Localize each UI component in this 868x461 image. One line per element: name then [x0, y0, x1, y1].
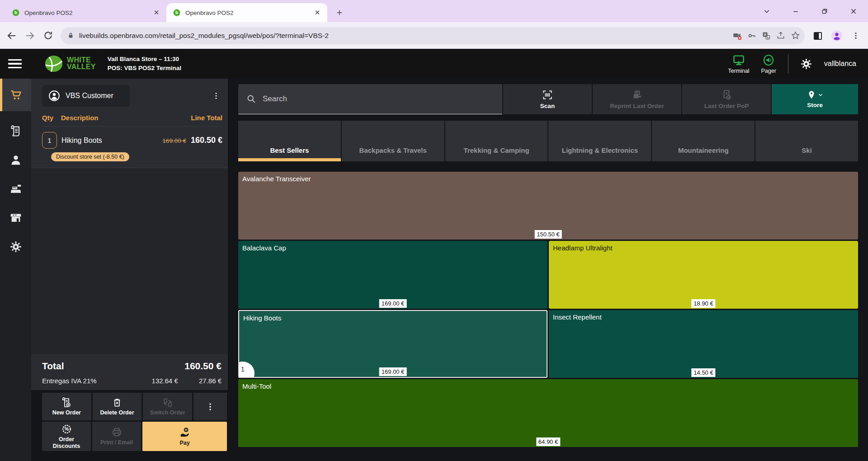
product-tile-multi-tool[interactable]: Multi-Tool64.90 €: [238, 379, 858, 447]
line-qty-badge[interactable]: 1: [42, 132, 57, 149]
switch-order-button[interactable]: Switch Order: [143, 393, 192, 420]
search-box[interactable]: [238, 84, 502, 114]
back-icon[interactable]: [6, 30, 17, 41]
product-name: Headlamp Ultralight: [553, 244, 613, 252]
tab-title: Openbravo POS2: [24, 9, 147, 16]
chevron-down-icon: [817, 92, 824, 98]
last-order-pop-icon: $: [721, 89, 732, 101]
tab-close-icon[interactable]: ✕: [152, 8, 161, 17]
total-value: 160.50 €: [184, 361, 222, 372]
url-bar[interactable]: livebuilds.openbravo.com/retail_pos2_mod…: [61, 27, 805, 44]
camera-blocked-icon[interactable]: [732, 31, 742, 41]
store-selector-button[interactable]: Store: [772, 84, 858, 114]
settings-gear-icon[interactable]: [800, 58, 812, 70]
terminal-line: POS: VBS POS2 Terminal: [108, 64, 181, 73]
product-price-chip: 169.00 €: [379, 299, 407, 308]
category-tab-label: Mountaineering: [652, 146, 755, 154]
kebab-icon: [205, 402, 215, 412]
browser-menu-kebab-icon[interactable]: [850, 30, 862, 42]
order-menu-kebab-icon[interactable]: [212, 91, 221, 100]
print-email-button[interactable]: Print / Email: [92, 422, 141, 451]
column-line-total: Line Total: [191, 114, 222, 122]
search-input[interactable]: [263, 94, 494, 103]
key-icon[interactable]: [747, 31, 757, 41]
delete-order-label: Delete Order: [100, 409, 134, 416]
scan-button[interactable]: Scan: [503, 84, 592, 114]
svg-text:$: $: [726, 91, 728, 95]
sidebar-item-sales-cart[interactable]: [0, 79, 31, 111]
product-qty-badge: 1: [238, 362, 255, 378]
username[interactable]: vallblanca: [824, 60, 856, 68]
category-tab-mountaineering[interactable]: Mountaineering: [652, 121, 755, 161]
side-panel-icon[interactable]: [812, 30, 824, 42]
order-actions: New Order Delete Order Switch Order: [31, 390, 228, 451]
svg-text:b: b: [175, 10, 178, 15]
print-email-label: Print / Email: [100, 439, 133, 446]
product-tile-headlamp-ultralight[interactable]: Headlamp Ultralight18.90 €: [549, 241, 858, 309]
barcode-scan-icon: [542, 89, 553, 101]
order-line-row[interactable]: 1 Hiking Boots 169.00 € 160.50 € Discoun…: [31, 127, 228, 168]
share-icon[interactable]: [776, 31, 786, 41]
new-order-icon: [61, 397, 72, 408]
tab-close-icon[interactable]: ✕: [313, 8, 322, 17]
new-order-button[interactable]: New Order: [42, 393, 91, 420]
minimize-button[interactable]: [792, 8, 804, 15]
pay-button[interactable]: Pay: [142, 422, 227, 451]
store-label: Store: [807, 102, 823, 108]
product-name: Avalanche Transceiver: [242, 175, 311, 183]
reprint-last-order-button[interactable]: Reprint Last Order: [593, 84, 681, 114]
category-tab-backpacks-travels[interactable]: Backpacks & Travels: [342, 121, 444, 161]
sidebar-item-cash-management[interactable]: [0, 174, 31, 203]
tab-search-chevron-icon[interactable]: [763, 8, 775, 15]
bookmark-star-icon[interactable]: [790, 31, 800, 41]
category-tab-trekking-camping[interactable]: Trekking & Camping: [445, 121, 548, 161]
tax-amount: 27.86 €: [199, 377, 222, 385]
store-info: Vall Blanca Store – 11:30 POS: VBS POS2 …: [108, 55, 181, 72]
terminal-label: Terminal: [728, 68, 749, 74]
product-tile-balaclava-cap[interactable]: Balaclava Cap169.00 €: [238, 241, 547, 309]
terminal-button[interactable]: Terminal: [728, 54, 749, 74]
restore-button[interactable]: [821, 8, 833, 15]
sidebar-item-store[interactable]: [0, 203, 31, 232]
line-total-price: 160.50 €: [191, 136, 222, 145]
last-order-pop-label: Last Order PoP: [704, 103, 749, 109]
customer-button[interactable]: VBS Customer: [42, 85, 130, 107]
sidebar-item-receipts[interactable]: [0, 117, 31, 146]
sidebar-item-settings[interactable]: [0, 232, 31, 261]
brand-line-2: VALLEY: [67, 64, 96, 71]
delete-order-button[interactable]: Delete Order: [93, 393, 142, 420]
cart-icon: [9, 88, 23, 102]
scan-label: Scan: [540, 103, 555, 109]
browser-tab-active[interactable]: b Openbravo POS2 ✕: [166, 3, 327, 22]
profile-avatar[interactable]: [831, 30, 843, 42]
translate-icon[interactable]: Aa: [761, 31, 771, 41]
forward-icon[interactable]: [24, 30, 35, 41]
category-tab-lightning-electronics[interactable]: Lightning & Electronics: [548, 121, 651, 161]
category-tabs: Best SellersBackpacks & TravelsTrekking …: [238, 121, 858, 161]
product-tile-hiking-boots[interactable]: Hiking Boots169.00 €1: [238, 310, 547, 378]
new-tab-button[interactable]: [333, 6, 346, 19]
reload-icon[interactable]: [42, 30, 53, 41]
order-discounts-button[interactable]: % Order Discounts: [42, 422, 91, 451]
product-tile-avalanche-transceiver[interactable]: Avalanche Transceiver150.50 €: [238, 172, 858, 240]
product-tile-insect-repellent[interactable]: Insect Repellent14.50 €: [549, 310, 858, 378]
category-tab-best-sellers[interactable]: Best Sellers: [238, 121, 341, 161]
order-totals: Total 160.50 € Entregas IVA 21% 132.64 €…: [31, 354, 228, 390]
svg-text:b: b: [14, 10, 17, 15]
browser-tab-inactive[interactable]: b Openbravo POS2 ✕: [5, 3, 166, 22]
total-label: Total: [42, 361, 64, 372]
more-actions-kebab-button[interactable]: [193, 393, 227, 420]
menu-icon[interactable]: [8, 59, 22, 69]
header-divider: [788, 54, 788, 74]
pager-button[interactable]: Pager: [761, 54, 776, 74]
printer-icon: [111, 427, 123, 438]
last-order-pop-button[interactable]: $ Last Order PoP: [682, 84, 771, 114]
column-description: Description: [61, 114, 191, 122]
browser-toolbar: livebuilds.openbravo.com/retail_pos2_mod…: [0, 22, 868, 49]
category-tab-label: Best Sellers: [238, 146, 341, 154]
product-qty-value: 1: [241, 366, 245, 373]
sidebar-item-customers[interactable]: [0, 146, 31, 174]
category-tab-ski[interactable]: Ski: [755, 121, 858, 161]
close-window-button[interactable]: [850, 8, 862, 15]
pager-label: Pager: [761, 68, 776, 74]
